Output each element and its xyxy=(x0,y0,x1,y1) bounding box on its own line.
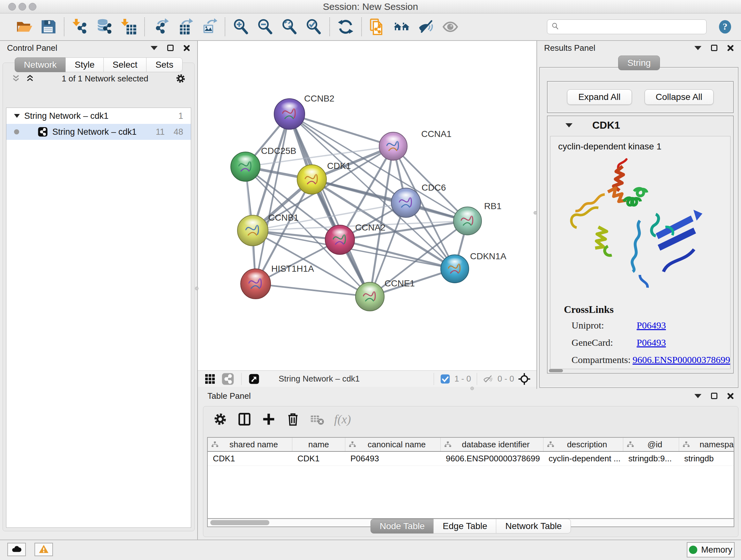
network-node-HIST1H1A[interactable] xyxy=(241,269,271,299)
birdseye-view-icon[interactable] xyxy=(518,373,531,385)
string-results-box: Expand All Collapse All CDK1 cyclin-depe… xyxy=(539,67,738,388)
crosslink-link[interactable]: P06493 xyxy=(636,337,666,348)
split-columns-icon[interactable] xyxy=(237,412,252,427)
left-splitter-handle[interactable] xyxy=(195,287,199,290)
help-button[interactable]: ? xyxy=(718,19,733,35)
column-header-namespace[interactable]: namespace xyxy=(679,438,734,451)
crosslink-link[interactable]: 9606.ENSP00000378699 xyxy=(632,354,730,365)
node-table[interactable]: shared namenamecanonical namedatabase id… xyxy=(207,437,734,519)
float-panel-icon[interactable] xyxy=(167,45,174,51)
network-node-CDC25B[interactable] xyxy=(231,152,260,181)
delete-column-icon[interactable] xyxy=(286,412,300,427)
export-image-button[interactable] xyxy=(199,17,219,37)
export-network-button[interactable] xyxy=(151,17,171,37)
selected-nodes-icon[interactable] xyxy=(440,374,451,384)
save-session-icon xyxy=(40,31,57,36)
zoom-out-button[interactable] xyxy=(255,17,275,37)
close-panel-icon[interactable] xyxy=(183,44,190,51)
tab-select[interactable]: Select xyxy=(104,57,147,72)
network-node-RB1[interactable] xyxy=(454,207,482,235)
tab-style[interactable]: Style xyxy=(65,57,104,72)
expand-all-networks-icon[interactable] xyxy=(25,74,35,83)
import-network-database-button[interactable] xyxy=(94,17,114,37)
tree-icon xyxy=(547,441,554,448)
network-canvas[interactable]: CCNB2CCNA1CDC25BCDK1CDC6RB1CCNB1CCNA2CDK… xyxy=(198,41,536,370)
results-scrollbar-nub[interactable] xyxy=(549,369,563,372)
network-node-CCNE1[interactable] xyxy=(355,282,384,311)
zoom-fit-button[interactable] xyxy=(280,17,299,37)
zoom-in-button[interactable] xyxy=(231,17,251,37)
table-cell: CDK1 xyxy=(292,452,345,465)
network-collection-row[interactable]: String Network – cdk1 1 xyxy=(6,108,191,124)
open-file-button[interactable] xyxy=(14,17,34,37)
gear-icon[interactable] xyxy=(213,412,227,427)
detach-view-icon[interactable] xyxy=(249,374,259,384)
collapse-protein-icon[interactable] xyxy=(565,123,572,127)
hide-selected-button[interactable] xyxy=(416,17,436,37)
network-node-CDC6[interactable] xyxy=(391,188,421,217)
float-table-icon[interactable] xyxy=(711,393,718,399)
collection-expand-icon[interactable] xyxy=(14,114,20,118)
import-table-button[interactable] xyxy=(119,17,138,37)
collection-label: String Network – cdk1 xyxy=(24,111,109,121)
edge-count: 48 xyxy=(174,127,183,137)
right-splitter-handle[interactable] xyxy=(534,211,537,214)
column-header-description[interactable]: description xyxy=(543,438,623,451)
network-node-CDKN1A[interactable] xyxy=(441,255,469,283)
close-table-icon[interactable] xyxy=(727,392,734,399)
collapse-all-button[interactable]: Collapse All xyxy=(645,89,714,105)
first-neighbors-button[interactable] xyxy=(392,17,412,37)
clone-network-button[interactable] xyxy=(367,17,387,37)
float-results-icon[interactable] xyxy=(711,45,718,51)
apply-layout-button[interactable] xyxy=(336,17,355,37)
search-input[interactable] xyxy=(562,22,702,32)
collapse-all-networks-icon[interactable] xyxy=(11,74,21,83)
tab-string[interactable]: String xyxy=(618,56,660,70)
network-options-gear-icon[interactable] xyxy=(175,73,186,84)
tab-edge-table[interactable]: Edge Table xyxy=(433,519,496,534)
network-node-CCNB2[interactable] xyxy=(274,99,305,129)
column-header-shared-name[interactable]: shared name xyxy=(208,438,292,451)
import-network-button[interactable] xyxy=(70,17,90,37)
tab-sets[interactable]: Sets xyxy=(146,57,183,72)
results-menu-icon[interactable] xyxy=(694,46,701,50)
warnings-button[interactable] xyxy=(35,543,53,556)
tab-node-table[interactable]: Node Table xyxy=(370,519,434,534)
add-column-icon[interactable] xyxy=(261,412,276,427)
tab-network-table[interactable]: Network Table xyxy=(496,519,571,534)
network-node-CCNB1[interactable] xyxy=(238,215,268,246)
close-results-icon[interactable] xyxy=(727,44,734,51)
crosslink-link[interactable]: P06493 xyxy=(636,320,666,331)
export-table-button[interactable] xyxy=(175,17,195,37)
table-menu-icon[interactable] xyxy=(694,394,701,398)
expand-all-button[interactable]: Expand All xyxy=(567,89,631,105)
zoom-selected-button[interactable] xyxy=(304,17,324,37)
crosslink-row: GeneCard:P06493 xyxy=(550,334,730,351)
network-node-CDK1[interactable] xyxy=(297,165,327,194)
panel-menu-icon[interactable] xyxy=(151,46,158,50)
column-header-database-identifier[interactable]: database identifier xyxy=(441,438,543,451)
save-session-button[interactable] xyxy=(38,17,58,37)
crosslink-label: Compartments: xyxy=(571,354,632,365)
bottom-splitter-handle[interactable] xyxy=(470,387,474,390)
cloud-button[interactable] xyxy=(7,543,26,556)
show-all-button[interactable] xyxy=(441,17,460,37)
node-label-CCNB2: CCNB2 xyxy=(304,94,334,104)
table-cell: P06493 xyxy=(345,452,441,465)
import-table-icon xyxy=(120,31,137,36)
tab-network[interactable]: Network xyxy=(15,57,66,72)
memory-button[interactable]: Memory xyxy=(687,542,735,557)
table-row[interactable]: CDK1CDK1P064939606.ENSP00000378699cyclin… xyxy=(208,452,734,466)
network-view-icon[interactable] xyxy=(221,373,234,385)
network-view[interactable]: CCNB2CCNA1CDC25BCDK1CDC6RB1CCNB1CCNA2CDK… xyxy=(198,41,537,389)
column-header-canonical-name[interactable]: canonical name xyxy=(345,438,441,451)
network-node-CCNA2[interactable] xyxy=(325,225,354,254)
crosslink-label: GeneCard: xyxy=(571,337,636,348)
column-header-name[interactable]: name xyxy=(292,438,345,451)
network-row[interactable]: String Network – cdk1 11 48 xyxy=(6,124,191,140)
results-panel: Results Panel String Expand All Collapse… xyxy=(537,41,741,389)
grid-view-icon[interactable] xyxy=(204,373,216,385)
network-node-CCNA1[interactable] xyxy=(379,132,407,160)
search-box[interactable] xyxy=(547,19,706,34)
column-header-@id[interactable]: @id xyxy=(623,438,679,451)
